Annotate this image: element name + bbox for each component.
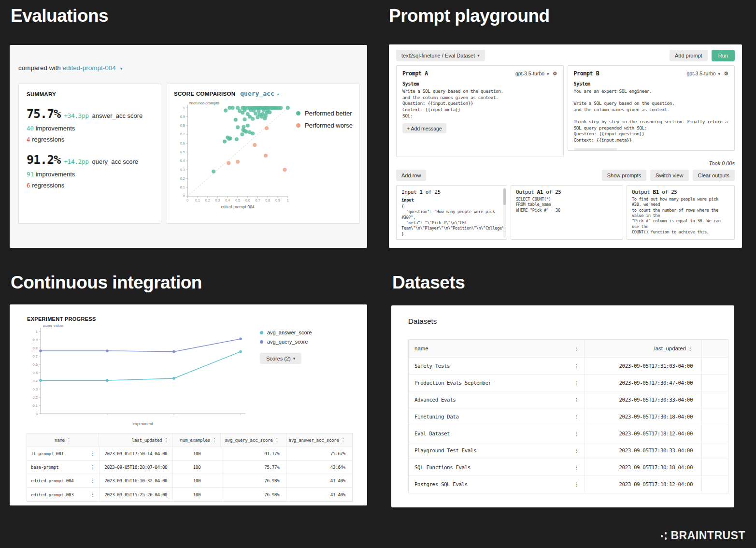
run-button[interactable]: Run bbox=[712, 50, 735, 61]
header-avg-query-acc-score[interactable]: avg_query_acc_score⋮ bbox=[221, 433, 286, 447]
model-selector[interactable]: gpt-3.5-turbo▾ bbox=[515, 71, 549, 76]
continuous-integration-panel: EXPERIMENT PROGRESS 00.10.20.30.40.50.60… bbox=[10, 304, 367, 505]
kebab-icon[interactable]: ⋮ bbox=[164, 437, 169, 443]
last-updated-value: 2023-09-05T15:25:26-04:00 bbox=[104, 492, 167, 497]
scores-dropdown-button[interactable]: Scores (2)▾ bbox=[260, 353, 301, 364]
kebab-icon[interactable]: ⋮ bbox=[90, 492, 95, 497]
kebab-icon[interactable]: ⋮ bbox=[341, 437, 345, 443]
dataset-row[interactable]: Safety Tests⋮2023-09-05T17:31:03-04:00 bbox=[409, 358, 728, 375]
kebab-icon[interactable]: ⋮ bbox=[688, 346, 693, 351]
kebab-icon[interactable]: ⋮ bbox=[574, 482, 579, 487]
dataset-name: Playground Test Evals bbox=[414, 447, 476, 454]
kebab-icon[interactable]: ⋮ bbox=[574, 414, 579, 419]
metric-selector[interactable]: query_acc▾ bbox=[240, 90, 279, 97]
dataset-row[interactable]: Advanced Evals⋮2023-09-05T17:30:33-04:00 bbox=[409, 391, 728, 408]
header-name[interactable]: name⋮ bbox=[27, 433, 99, 447]
prompt-a-role-label: System bbox=[402, 81, 557, 87]
dataset-row[interactable]: Finetuning Data⋮2023-09-05T17:30:18-04:0… bbox=[409, 408, 728, 425]
header-last-updated[interactable]: last_updated⋮ bbox=[585, 340, 702, 357]
svg-text:0.5: 0.5 bbox=[33, 371, 38, 375]
evaluations-panel: compared with edited-prompt-004 ▾ SUMMAR… bbox=[10, 45, 367, 248]
avg-answer-acc-score-cell: 75.67% bbox=[286, 447, 352, 460]
num-examples-cell: 100 bbox=[173, 447, 221, 460]
add-message-button[interactable]: + Add message bbox=[574, 148, 618, 151]
output-b1-cell[interactable]: Output B1 of 25 To find out how many peo… bbox=[627, 185, 735, 240]
compared-prompt-link[interactable]: edited-prompt-004 bbox=[63, 64, 116, 72]
dataset-selector[interactable]: text2sql-finetune / Eval Dataset▾ bbox=[396, 50, 485, 61]
svg-text:0.6: 0.6 bbox=[33, 362, 38, 367]
switch-view-button[interactable]: Switch view bbox=[650, 170, 688, 181]
kebab-icon[interactable]: ⋮ bbox=[574, 465, 579, 470]
dataset-name: Finetuning Data bbox=[414, 414, 459, 420]
prompt-a-body[interactable]: Write a SQL query based on the question,… bbox=[402, 88, 557, 119]
add-message-button[interactable]: + Add message bbox=[402, 123, 446, 133]
scrollbar[interactable] bbox=[503, 187, 506, 238]
playground-toolbar: Add row Show prompts Switch view Clear o… bbox=[396, 170, 735, 181]
kebab-icon[interactable]: ⋮ bbox=[67, 437, 71, 443]
prompt-b-body[interactable]: You are an expert SQL engineer. Write a … bbox=[574, 88, 729, 144]
header-num-examples[interactable]: num_examples⋮ bbox=[173, 433, 221, 447]
experiment-row[interactable]: ft-prompt-001⋮2023-09-05T17:50:14-04:001… bbox=[27, 447, 352, 461]
show-prompts-button[interactable]: Show prompts bbox=[602, 170, 646, 181]
dataset-row[interactable]: Production Evals September⋮2023-09-05T17… bbox=[409, 375, 728, 391]
dataset-row[interactable]: Eval Dataset⋮2023-09-05T17:18:12-04:00 bbox=[409, 425, 728, 442]
legend-item-performed-worse: Performed worse bbox=[296, 122, 353, 129]
experiments-table-body: ft-prompt-001⋮2023-09-05T17:50:14-04:001… bbox=[27, 447, 352, 501]
header-name[interactable]: name⋮ bbox=[409, 340, 585, 357]
experiment-name-cell: edited-prompt-003⋮ bbox=[27, 488, 100, 501]
output-b1-text: To find out how many people were pick #3… bbox=[632, 197, 729, 240]
dataset-row[interactable]: SQL Functions Evals⋮2023-09-05T17:30:18-… bbox=[409, 459, 728, 476]
kebab-icon[interactable]: ⋮ bbox=[574, 448, 579, 453]
kebab-icon[interactable]: ⋮ bbox=[90, 464, 95, 470]
kebab-icon[interactable]: ⋮ bbox=[574, 346, 579, 351]
last-updated-cell: 2023-09-05T17:30:18-04:00 bbox=[585, 408, 702, 425]
add-row-button[interactable]: Add row bbox=[396, 170, 426, 181]
chevron-down-icon: ▾ bbox=[293, 356, 296, 361]
query-improvements: 91 improvements bbox=[27, 171, 153, 178]
cyan-dot-icon bbox=[260, 331, 263, 334]
scrollbar-thumb[interactable] bbox=[503, 188, 506, 205]
kebab-icon[interactable]: ⋮ bbox=[574, 380, 579, 386]
line-chart-legend: avg_answer_score avg_query_score Scores … bbox=[260, 330, 312, 427]
experiment-row[interactable]: edited-prompt-003⋮2023-09-05T15:25:26-04… bbox=[27, 488, 352, 501]
svg-text:finetuned-promptB: finetuned-promptB bbox=[189, 101, 219, 105]
header-last-updated[interactable]: last_updated⋮ bbox=[99, 433, 172, 447]
output-b1-title: Output B1 of 25 bbox=[632, 189, 729, 195]
kebab-icon[interactable]: ⋮ bbox=[574, 363, 579, 369]
kebab-icon[interactable]: ⋮ bbox=[574, 397, 579, 403]
model-selector[interactable]: gpt-3.5-turbo▾ bbox=[686, 71, 720, 76]
dataset-row[interactable]: Playground Test Evals⋮2023-09-05T17:30:3… bbox=[409, 442, 728, 459]
kebab-icon[interactable]: ⋮ bbox=[90, 451, 95, 456]
svg-text:0.5: 0.5 bbox=[180, 150, 185, 154]
gear-icon[interactable]: ⚙ bbox=[724, 71, 728, 77]
last-updated-cell: 2023-09-05T17:18:12-04:00 bbox=[585, 425, 702, 442]
datasets-table-body: Safety Tests⋮2023-09-05T17:31:03-04:00Pr… bbox=[409, 358, 728, 493]
output-a1-cell[interactable]: Output A1 of 25 SELECT COUNT(*) FROM tab… bbox=[511, 185, 623, 240]
input-json: { "question": "How many people were pick… bbox=[401, 204, 502, 237]
datasets-panel: Datasets name⋮ last_updated⋮ Safety Test… bbox=[391, 305, 734, 507]
answer-score-block: 75.7% +34.3pp answer_acc score 40 improv… bbox=[27, 107, 153, 143]
dataset-name: Production Evals September bbox=[414, 380, 491, 386]
experiment-row[interactable]: edited-prompt-004⋮2023-09-05T16:10:32-04… bbox=[27, 474, 352, 488]
query-score-block: 91.2% +14.2pp query_acc score 91 improve… bbox=[27, 153, 153, 189]
experiment-name: ft-prompt-001 bbox=[31, 451, 64, 456]
last-updated-value: 2023-09-05T17:18:12-04:00 bbox=[619, 431, 693, 437]
gear-icon[interactable]: ⚙ bbox=[553, 71, 557, 77]
add-prompt-button[interactable]: Add prompt bbox=[670, 50, 708, 61]
kebab-icon[interactable]: ⋮ bbox=[274, 437, 279, 443]
clear-outputs-button[interactable]: Clear outputs bbox=[693, 170, 735, 181]
input-cell[interactable]: Input 1 of 25 input { "question": "How m… bbox=[396, 185, 507, 240]
header-extra bbox=[702, 340, 728, 357]
avg-answer-acc-score-cell: 41.40% bbox=[286, 474, 352, 487]
kebab-icon[interactable]: ⋮ bbox=[212, 437, 217, 443]
last-updated-cell: 2023-09-05T17:18:12-04:00 bbox=[585, 476, 702, 493]
answer-regressions: 4 regressions bbox=[27, 136, 153, 143]
svg-text:0.6: 0.6 bbox=[245, 199, 250, 202]
svg-text:edited-prompt-004: edited-prompt-004 bbox=[221, 204, 254, 209]
header-avg-answer-acc-score[interactable]: avg_answer_acc_score⋮ bbox=[286, 433, 352, 447]
experiment-row[interactable]: base-prompt⋮2023-09-05T16:28:07-04:00100… bbox=[27, 461, 352, 474]
dataset-row[interactable]: Postgres SQL Evals⋮2023-09-05T17:18:12-0… bbox=[409, 476, 728, 493]
summary-heading: SUMMARY bbox=[27, 91, 153, 97]
kebab-icon[interactable]: ⋮ bbox=[574, 431, 579, 436]
kebab-icon[interactable]: ⋮ bbox=[90, 478, 95, 483]
